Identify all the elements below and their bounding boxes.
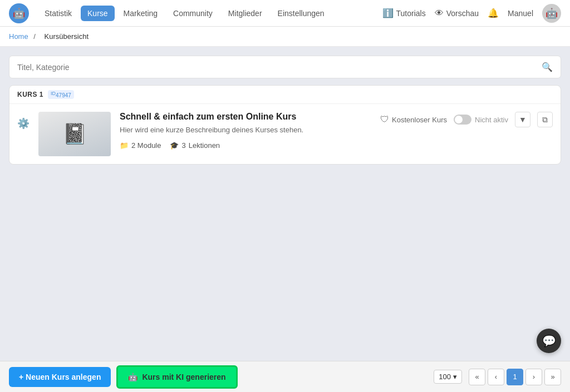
nav-tutorials-label: Tutorials bbox=[396, 9, 426, 18]
course-body: ⚙️ 📓 Schnell & einfach zum ersten Online… bbox=[9, 104, 561, 164]
eye-icon: 👁 bbox=[435, 8, 444, 18]
course-thumbnail: 📓 bbox=[38, 112, 111, 156]
breadcrumb: Home / Kursübersicht bbox=[0, 27, 570, 47]
thumbnail-image: 📓 bbox=[38, 112, 111, 156]
expand-button[interactable]: ▼ bbox=[515, 112, 530, 127]
course-description: Hier wird eine kurze Beschreibung deines… bbox=[120, 125, 371, 135]
thumbnail-icon: 📓 bbox=[62, 122, 87, 146]
nav-item-marketing[interactable]: Marketing bbox=[117, 6, 164, 21]
nav-item-kurse[interactable]: Kurse bbox=[81, 6, 115, 21]
lessons-count: 3 bbox=[181, 141, 185, 150]
logo[interactable]: 🤖 bbox=[9, 3, 29, 23]
bell-icon: 🔔 bbox=[488, 8, 499, 18]
free-badge: 🛡 Kostenloser Kurs bbox=[380, 115, 447, 125]
nav-vorschau[interactable]: 👁 Vorschau bbox=[435, 8, 479, 18]
course-title[interactable]: Schnell & einfach zum ersten Online Kurs bbox=[120, 112, 371, 122]
nav-item-community[interactable]: Community bbox=[166, 6, 219, 21]
settings-icon[interactable]: ⚙️ bbox=[17, 117, 30, 130]
course-header: KURS 1 ID47947 bbox=[9, 86, 561, 104]
status-label: Nicht aktiv bbox=[475, 116, 508, 124]
chat-icon: 💬 bbox=[542, 334, 556, 348]
modules-label: 2 Module bbox=[131, 141, 161, 150]
avatar-icon: 🤖 bbox=[546, 7, 558, 19]
breadcrumb-home[interactable]: Home bbox=[9, 32, 28, 41]
top-nav: 🤖 Statistik Kurse Marketing Community Mi… bbox=[0, 0, 570, 27]
shield-icon: 🛡 bbox=[380, 115, 389, 125]
lessons-suffix: Lektionen bbox=[189, 141, 220, 150]
breadcrumb-current: Kursübersicht bbox=[45, 32, 89, 41]
course-meta: 📁 2 Module 🎓 3 Lektionen bbox=[120, 141, 371, 150]
nav-tutorials[interactable]: ℹ️ Tutorials bbox=[382, 8, 426, 18]
modules-icon: 📁 bbox=[120, 141, 129, 150]
nav-username: Manuel bbox=[508, 9, 533, 18]
nav-item-mitglieder[interactable]: Mitglieder bbox=[222, 6, 269, 21]
search-input[interactable] bbox=[17, 63, 542, 72]
breadcrumb-separator: / bbox=[33, 32, 36, 41]
free-label: Kostenloser Kurs bbox=[392, 116, 447, 124]
chat-bubble[interactable]: 💬 bbox=[537, 329, 561, 353]
avatar[interactable]: 🤖 bbox=[542, 4, 561, 23]
search-bar: 🔍 bbox=[9, 56, 561, 78]
nav-item-einstellungen[interactable]: Einstellungen bbox=[271, 6, 331, 21]
logo-icon: 🤖 bbox=[13, 7, 25, 19]
nav-vorschau-label: Vorschau bbox=[446, 9, 479, 18]
copy-button[interactable]: ⧉ bbox=[537, 112, 553, 127]
course-actions: 🛡 Kostenloser Kurs Nicht aktiv ▼ ⧉ bbox=[380, 112, 553, 127]
lessons-icon: 🎓 bbox=[170, 141, 179, 150]
nav-user[interactable]: Manuel bbox=[508, 9, 533, 18]
course-label: KURS 1 bbox=[17, 91, 43, 98]
search-icon: 🔍 bbox=[542, 62, 553, 72]
toggle-switch[interactable] bbox=[454, 115, 471, 125]
nav-item-statistik[interactable]: Statistik bbox=[38, 6, 78, 21]
course-info: Schnell & einfach zum ersten Online Kurs… bbox=[120, 112, 371, 149]
copy-icon: ⧉ bbox=[542, 115, 548, 125]
lessons-meta: 🎓 3 Lektionen bbox=[170, 141, 220, 150]
course-id-badge: ID47947 bbox=[48, 90, 74, 99]
nav-bell[interactable]: 🔔 bbox=[488, 8, 499, 18]
course-id: 47947 bbox=[56, 92, 71, 98]
modules-meta: 📁 2 Module bbox=[120, 141, 161, 150]
info-icon: ℹ️ bbox=[382, 8, 394, 18]
main-content: 🔍 KURS 1 ID47947 ⚙️ 📓 Schnell & einfach … bbox=[0, 47, 570, 359]
chevron-down-icon: ▼ bbox=[519, 115, 527, 124]
course-card: KURS 1 ID47947 ⚙️ 📓 Schnell & einfach zu… bbox=[9, 85, 561, 165]
nav-right: ℹ️ Tutorials 👁 Vorschau 🔔 Manuel 🤖 bbox=[382, 4, 561, 23]
course-id-prefix: ID bbox=[51, 91, 56, 96]
status-toggle[interactable]: Nicht aktiv bbox=[454, 115, 508, 125]
